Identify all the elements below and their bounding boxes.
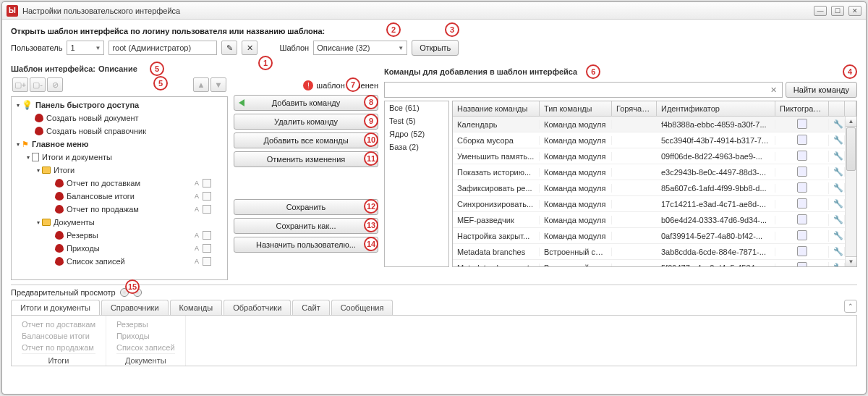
tab-handlers[interactable]: Обработчики	[224, 300, 291, 315]
remove-folder-button[interactable]: ▢-	[30, 77, 46, 92]
preview-radio-2[interactable]	[133, 288, 142, 297]
cell-id: 3ab8cdda-6cde-884e-7871-...	[657, 248, 775, 256]
assign-user-button[interactable]: Назначить пользователю...	[234, 237, 378, 253]
table-row[interactable]: Синхронизировать...Команда модуля17c1421…	[453, 196, 845, 212]
cell-action[interactable]: 🔧	[829, 151, 845, 161]
col-pic[interactable]: Пиктограмма	[775, 101, 829, 116]
undo-changes-button[interactable]: Отменить изменения	[234, 151, 378, 167]
titlebar: Ы Настройки пользовательского интерфейса…	[2, 2, 866, 20]
table-row[interactable]: Зафиксировать ре...Команда модуля85a607c…	[453, 180, 845, 196]
tree-incoming[interactable]: Приходы	[67, 244, 100, 253]
preview-item[interactable]: Список записей	[116, 342, 175, 353]
preview-item[interactable]: Резервы	[116, 319, 175, 330]
delete-node-button[interactable]: ⊘	[47, 77, 63, 92]
checkbox[interactable]	[203, 257, 211, 266]
move-down-button[interactable]: ▼	[210, 77, 226, 92]
move-up-button[interactable]: ▲	[193, 77, 209, 92]
clear-user-button[interactable]: ✕	[242, 41, 258, 55]
vertical-scrollbar[interactable]: ▲ ▼	[845, 117, 856, 266]
template-combo[interactable]: Описание (32)▼	[313, 41, 407, 55]
category-item[interactable]: Все (61)	[385, 101, 448, 114]
cell-action[interactable]: 🔧	[829, 135, 845, 145]
cell-action[interactable]: 🔧	[829, 231, 845, 240]
table-row[interactable]: Сборка мусораКоманда модуля5cc3940f-43b7…	[453, 132, 845, 148]
close-button[interactable]: ✕	[848, 6, 861, 16]
tab-commands[interactable]: Команды	[170, 300, 223, 315]
checkbox[interactable]	[203, 192, 211, 201]
open-button[interactable]: Открыть	[412, 40, 459, 56]
table-row[interactable]: Настройка закрыт...Команда модуля0af3991…	[453, 228, 845, 244]
grid-body[interactable]: КалендарьКоманда модуляf4b8388a-ebbc-485…	[453, 117, 845, 266]
template-tree[interactable]: ▾💡Панель быстрого доступа Создать новый …	[11, 96, 228, 280]
cell-action[interactable]: 🔧	[829, 119, 845, 129]
category-item[interactable]: Test (5)	[385, 114, 448, 127]
category-list[interactable]: Все (61) Test (5) Ядро (52) База (2)	[384, 101, 449, 267]
user-id-combo[interactable]: 1▼	[67, 41, 104, 55]
preview-item[interactable]: Отчет по продажам	[22, 342, 95, 353]
tab-itogi-docs[interactable]: Итоги и документы	[11, 300, 100, 315]
find-command-button[interactable]: Найти команду	[786, 82, 857, 98]
checkbox[interactable]	[203, 205, 211, 214]
tree-itogi[interactable]: Итоги	[54, 166, 75, 174]
col-name[interactable]: Название команды	[453, 101, 540, 116]
scroll-thumb[interactable]	[846, 127, 856, 171]
col-id[interactable]: Идентификатор	[657, 101, 775, 116]
scroll-up-icon[interactable]: ▲	[846, 117, 856, 127]
table-row[interactable]: MEF-разведчикКоманда модуляb06e4d24-0333…	[453, 212, 845, 228]
save-as-button[interactable]: Сохранить как...	[234, 218, 378, 234]
cell-action[interactable]: 🔧	[829, 215, 845, 224]
table-row[interactable]: КалендарьКоманда модуляf4b8388a-ebbc-485…	[453, 117, 845, 132]
preview-item[interactable]: Отчет по доставкам	[22, 319, 95, 330]
clear-search-icon[interactable]: ✕	[768, 85, 779, 95]
tree-main-menu[interactable]: Главное меню	[32, 140, 88, 148]
cell-action[interactable]: 🔧	[829, 167, 845, 177]
tree-new-ref[interactable]: Создать новый справочник	[46, 127, 146, 135]
table-row[interactable]: Показать историю...Команда модуляe3c2943…	[453, 164, 845, 180]
table-row[interactable]: Metadata changesetsВстроенный спр...5f09…	[453, 260, 845, 266]
preview-radio-1[interactable]	[120, 288, 129, 297]
maximize-button[interactable]: ☐	[831, 6, 844, 16]
checkbox[interactable]	[203, 231, 211, 240]
pictogram-icon	[797, 167, 807, 177]
table-row[interactable]: Metadata branchesВстроенный спр...3ab8cd…	[453, 244, 845, 260]
tree-sales[interactable]: Отчет по продажам	[67, 205, 139, 214]
tree-new-doc[interactable]: Создать новый документ	[46, 114, 139, 122]
category-item[interactable]: База (2)	[385, 140, 448, 153]
checkbox[interactable]	[203, 179, 211, 188]
tree-balance[interactable]: Балансовые итоги	[67, 192, 135, 201]
tab-messages[interactable]: Сообщения	[331, 300, 393, 315]
category-item[interactable]: Ядро (52)	[385, 127, 448, 140]
col-hotkey[interactable]: Горячая...	[612, 101, 657, 116]
tree-quick-panel[interactable]: Панель быстрого доступа	[35, 101, 139, 109]
table-row[interactable]: Уменьшить память...Команда модуля09ff06d…	[453, 148, 845, 164]
preview-item[interactable]: Балансовые итоги	[22, 330, 95, 342]
cell-action[interactable]: 🔧	[829, 263, 845, 266]
user-name-combo[interactable]: root (Администратор)	[109, 41, 217, 55]
add-command-button[interactable]: Добавить команду	[234, 95, 378, 111]
tree-deliveries[interactable]: Отчет по доставкам	[67, 179, 140, 188]
scroll-down-icon[interactable]: ▼	[846, 256, 856, 266]
cell-type: Команда модуля	[540, 232, 612, 240]
tree-docs[interactable]: Документы	[54, 218, 95, 227]
minimize-button[interactable]: —	[814, 6, 827, 16]
collapse-preview-icon[interactable]: ⌃	[844, 300, 857, 313]
tab-site[interactable]: Сайт	[292, 300, 329, 315]
save-button[interactable]: Сохранить	[234, 199, 378, 215]
checkbox[interactable]	[203, 244, 211, 253]
window-title: Настройки пользовательского интерфейса	[22, 7, 814, 15]
edit-user-button[interactable]: ✎	[221, 41, 237, 55]
add-folder-button[interactable]: ▢+	[12, 77, 28, 92]
cell-action[interactable]: 🔧	[829, 199, 845, 208]
tab-references[interactable]: Справочники	[101, 300, 169, 315]
preview-item[interactable]: Приходы	[116, 330, 175, 342]
tree-itogi-docs[interactable]: Итоги и документы	[42, 153, 112, 161]
cell-action[interactable]: 🔧	[829, 183, 845, 193]
add-all-commands-button[interactable]: Добавить все команды	[234, 132, 378, 148]
tree-reserves[interactable]: Резервы	[67, 231, 98, 240]
cell-action[interactable]: 🔧	[829, 247, 845, 256]
cell-name: Уменьшить память...	[453, 152, 540, 161]
search-input[interactable]	[388, 85, 768, 94]
col-type[interactable]: Тип команды	[540, 101, 612, 116]
delete-command-button[interactable]: Удалить команду	[234, 114, 378, 130]
tree-recordlist[interactable]: Список записей	[67, 257, 125, 266]
